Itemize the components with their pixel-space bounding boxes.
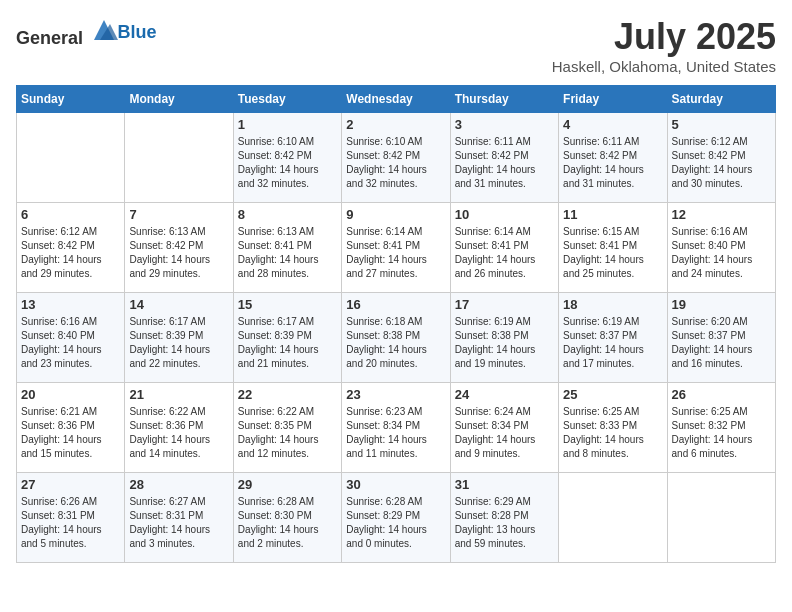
day-number: 30 [346, 477, 445, 492]
calendar-cell: 18Sunrise: 6:19 AM Sunset: 8:37 PM Dayli… [559, 293, 667, 383]
calendar-cell: 13Sunrise: 6:16 AM Sunset: 8:40 PM Dayli… [17, 293, 125, 383]
day-info: Sunrise: 6:14 AM Sunset: 8:41 PM Dayligh… [346, 225, 445, 281]
weekday-header-row: SundayMondayTuesdayWednesdayThursdayFrid… [17, 86, 776, 113]
day-info: Sunrise: 6:23 AM Sunset: 8:34 PM Dayligh… [346, 405, 445, 461]
day-info: Sunrise: 6:18 AM Sunset: 8:38 PM Dayligh… [346, 315, 445, 371]
day-number: 22 [238, 387, 337, 402]
day-number: 19 [672, 297, 771, 312]
day-info: Sunrise: 6:12 AM Sunset: 8:42 PM Dayligh… [21, 225, 120, 281]
day-number: 11 [563, 207, 662, 222]
day-number: 13 [21, 297, 120, 312]
calendar-cell: 16Sunrise: 6:18 AM Sunset: 8:38 PM Dayli… [342, 293, 450, 383]
calendar-cell: 31Sunrise: 6:29 AM Sunset: 8:28 PM Dayli… [450, 473, 558, 563]
calendar-cell: 17Sunrise: 6:19 AM Sunset: 8:38 PM Dayli… [450, 293, 558, 383]
calendar-table: SundayMondayTuesdayWednesdayThursdayFrid… [16, 85, 776, 563]
weekday-header-sunday: Sunday [17, 86, 125, 113]
weekday-header-saturday: Saturday [667, 86, 775, 113]
day-number: 31 [455, 477, 554, 492]
calendar-cell: 24Sunrise: 6:24 AM Sunset: 8:34 PM Dayli… [450, 383, 558, 473]
calendar-cell: 14Sunrise: 6:17 AM Sunset: 8:39 PM Dayli… [125, 293, 233, 383]
day-number: 25 [563, 387, 662, 402]
day-info: Sunrise: 6:13 AM Sunset: 8:41 PM Dayligh… [238, 225, 337, 281]
main-title: July 2025 [552, 16, 776, 58]
day-info: Sunrise: 6:27 AM Sunset: 8:31 PM Dayligh… [129, 495, 228, 551]
day-number: 28 [129, 477, 228, 492]
header: General Blue July 2025 Haskell, Oklahoma… [16, 16, 776, 75]
day-number: 24 [455, 387, 554, 402]
day-number: 1 [238, 117, 337, 132]
day-info: Sunrise: 6:19 AM Sunset: 8:37 PM Dayligh… [563, 315, 662, 371]
day-number: 20 [21, 387, 120, 402]
calendar-cell: 6Sunrise: 6:12 AM Sunset: 8:42 PM Daylig… [17, 203, 125, 293]
calendar-cell: 28Sunrise: 6:27 AM Sunset: 8:31 PM Dayli… [125, 473, 233, 563]
day-info: Sunrise: 6:25 AM Sunset: 8:32 PM Dayligh… [672, 405, 771, 461]
day-number: 14 [129, 297, 228, 312]
day-info: Sunrise: 6:17 AM Sunset: 8:39 PM Dayligh… [238, 315, 337, 371]
day-info: Sunrise: 6:22 AM Sunset: 8:36 PM Dayligh… [129, 405, 228, 461]
calendar-cell: 7Sunrise: 6:13 AM Sunset: 8:42 PM Daylig… [125, 203, 233, 293]
day-number: 10 [455, 207, 554, 222]
day-info: Sunrise: 6:26 AM Sunset: 8:31 PM Dayligh… [21, 495, 120, 551]
calendar-cell: 25Sunrise: 6:25 AM Sunset: 8:33 PM Dayli… [559, 383, 667, 473]
calendar-cell: 2Sunrise: 6:10 AM Sunset: 8:42 PM Daylig… [342, 113, 450, 203]
calendar-cell: 4Sunrise: 6:11 AM Sunset: 8:42 PM Daylig… [559, 113, 667, 203]
logo-icon [90, 16, 118, 44]
day-number: 7 [129, 207, 228, 222]
calendar-cell: 5Sunrise: 6:12 AM Sunset: 8:42 PM Daylig… [667, 113, 775, 203]
day-info: Sunrise: 6:14 AM Sunset: 8:41 PM Dayligh… [455, 225, 554, 281]
day-number: 6 [21, 207, 120, 222]
day-info: Sunrise: 6:11 AM Sunset: 8:42 PM Dayligh… [455, 135, 554, 191]
title-area: July 2025 Haskell, Oklahoma, United Stat… [552, 16, 776, 75]
day-info: Sunrise: 6:21 AM Sunset: 8:36 PM Dayligh… [21, 405, 120, 461]
calendar-week-row: 13Sunrise: 6:16 AM Sunset: 8:40 PM Dayli… [17, 293, 776, 383]
day-info: Sunrise: 6:17 AM Sunset: 8:39 PM Dayligh… [129, 315, 228, 371]
day-number: 23 [346, 387, 445, 402]
calendar-cell: 11Sunrise: 6:15 AM Sunset: 8:41 PM Dayli… [559, 203, 667, 293]
logo-text-blue: Blue [118, 22, 157, 42]
calendar-cell: 26Sunrise: 6:25 AM Sunset: 8:32 PM Dayli… [667, 383, 775, 473]
day-info: Sunrise: 6:10 AM Sunset: 8:42 PM Dayligh… [238, 135, 337, 191]
day-info: Sunrise: 6:13 AM Sunset: 8:42 PM Dayligh… [129, 225, 228, 281]
calendar-cell: 1Sunrise: 6:10 AM Sunset: 8:42 PM Daylig… [233, 113, 341, 203]
day-info: Sunrise: 6:29 AM Sunset: 8:28 PM Dayligh… [455, 495, 554, 551]
day-number: 26 [672, 387, 771, 402]
weekday-header-thursday: Thursday [450, 86, 558, 113]
calendar-cell: 9Sunrise: 6:14 AM Sunset: 8:41 PM Daylig… [342, 203, 450, 293]
day-info: Sunrise: 6:28 AM Sunset: 8:30 PM Dayligh… [238, 495, 337, 551]
day-number: 3 [455, 117, 554, 132]
calendar-cell [559, 473, 667, 563]
day-number: 18 [563, 297, 662, 312]
day-number: 12 [672, 207, 771, 222]
day-info: Sunrise: 6:22 AM Sunset: 8:35 PM Dayligh… [238, 405, 337, 461]
day-info: Sunrise: 6:11 AM Sunset: 8:42 PM Dayligh… [563, 135, 662, 191]
calendar-cell: 23Sunrise: 6:23 AM Sunset: 8:34 PM Dayli… [342, 383, 450, 473]
calendar-cell: 8Sunrise: 6:13 AM Sunset: 8:41 PM Daylig… [233, 203, 341, 293]
calendar-cell: 3Sunrise: 6:11 AM Sunset: 8:42 PM Daylig… [450, 113, 558, 203]
calendar-week-row: 1Sunrise: 6:10 AM Sunset: 8:42 PM Daylig… [17, 113, 776, 203]
subtitle: Haskell, Oklahoma, United States [552, 58, 776, 75]
day-info: Sunrise: 6:19 AM Sunset: 8:38 PM Dayligh… [455, 315, 554, 371]
calendar-cell: 20Sunrise: 6:21 AM Sunset: 8:36 PM Dayli… [17, 383, 125, 473]
weekday-header-monday: Monday [125, 86, 233, 113]
day-info: Sunrise: 6:25 AM Sunset: 8:33 PM Dayligh… [563, 405, 662, 461]
weekday-header-wednesday: Wednesday [342, 86, 450, 113]
day-number: 8 [238, 207, 337, 222]
day-info: Sunrise: 6:20 AM Sunset: 8:37 PM Dayligh… [672, 315, 771, 371]
day-info: Sunrise: 6:15 AM Sunset: 8:41 PM Dayligh… [563, 225, 662, 281]
calendar-cell [17, 113, 125, 203]
day-number: 21 [129, 387, 228, 402]
day-info: Sunrise: 6:28 AM Sunset: 8:29 PM Dayligh… [346, 495, 445, 551]
day-number: 29 [238, 477, 337, 492]
day-info: Sunrise: 6:16 AM Sunset: 8:40 PM Dayligh… [672, 225, 771, 281]
calendar-cell: 27Sunrise: 6:26 AM Sunset: 8:31 PM Dayli… [17, 473, 125, 563]
calendar-week-row: 6Sunrise: 6:12 AM Sunset: 8:42 PM Daylig… [17, 203, 776, 293]
calendar-cell: 19Sunrise: 6:20 AM Sunset: 8:37 PM Dayli… [667, 293, 775, 383]
calendar-cell: 22Sunrise: 6:22 AM Sunset: 8:35 PM Dayli… [233, 383, 341, 473]
day-number: 27 [21, 477, 120, 492]
weekday-header-friday: Friday [559, 86, 667, 113]
day-number: 5 [672, 117, 771, 132]
day-info: Sunrise: 6:10 AM Sunset: 8:42 PM Dayligh… [346, 135, 445, 191]
logo: General Blue [16, 16, 157, 49]
calendar-week-row: 20Sunrise: 6:21 AM Sunset: 8:36 PM Dayli… [17, 383, 776, 473]
day-info: Sunrise: 6:12 AM Sunset: 8:42 PM Dayligh… [672, 135, 771, 191]
